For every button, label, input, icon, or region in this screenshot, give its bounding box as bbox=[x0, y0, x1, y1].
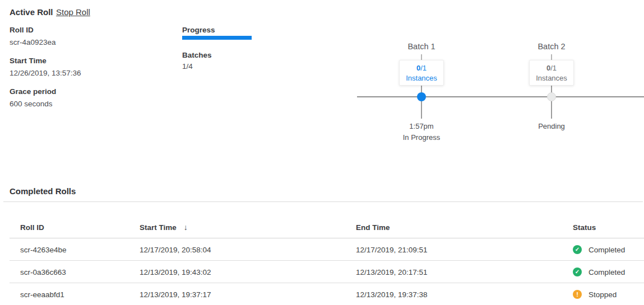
progress-bar bbox=[182, 36, 252, 40]
timeline-axis bbox=[357, 96, 644, 97]
column-header-start-time[interactable]: Start Time ↓ bbox=[140, 216, 188, 238]
status-text: Completed bbox=[589, 246, 625, 254]
start-time-label: Start Time bbox=[10, 57, 81, 65]
status-completed-icon: ✓ bbox=[573, 268, 582, 276]
status-stopped-icon: ! bbox=[573, 290, 582, 299]
status-text: Stopped bbox=[589, 290, 617, 299]
batch-1-title: Batch 1 bbox=[377, 42, 466, 51]
section-divider bbox=[3, 201, 643, 202]
batch-2-instances-count: 0/1 bbox=[530, 64, 573, 72]
batch-2-connector bbox=[551, 86, 552, 119]
timeline-batch-1: Batch 1 0/1 Instances 1:57pm In Progress bbox=[377, 42, 466, 51]
roll-id-label: Roll ID bbox=[10, 26, 56, 34]
batch-2-title: Batch 2 bbox=[507, 42, 596, 51]
completed-rolls-title: Completed Rolls bbox=[10, 186, 76, 196]
start-time-field: Start Time 12/26/2019, 13:57:36 bbox=[10, 57, 81, 77]
row-roll-id: scr-eeaabfd1 bbox=[20, 283, 64, 305]
batch-1-instances-count: 0/1 bbox=[400, 64, 443, 72]
column-header-roll-id[interactable]: Roll ID bbox=[20, 216, 44, 238]
row-end-time: 12/13/2019, 19:37:38 bbox=[356, 283, 428, 305]
status-completed-icon: ✓ bbox=[573, 245, 582, 254]
progress-bar-fill bbox=[182, 36, 252, 40]
row-end-time: 12/13/2019, 20:17:51 bbox=[356, 261, 428, 283]
status-text: Completed bbox=[589, 268, 625, 276]
grace-period-label: Grace period bbox=[10, 87, 56, 96]
row-start-time: 12/17/2019, 20:58:04 bbox=[140, 238, 211, 261]
batch-1-status: In Progress bbox=[377, 133, 466, 142]
stop-roll-link[interactable]: Stop Roll bbox=[56, 7, 90, 17]
batch-1-instances-card[interactable]: 0/1 Instances bbox=[399, 60, 444, 86]
column-header-end-time[interactable]: End Time bbox=[356, 216, 390, 238]
row-status: ✓ Completed bbox=[573, 238, 625, 261]
batches-value: 1/4 bbox=[182, 62, 193, 71]
roll-id-field: Roll ID scr-4a0923ea bbox=[10, 26, 56, 46]
timeline-batch-2: Batch 2 0/1 Instances Pending bbox=[507, 42, 596, 51]
batch-1-connector bbox=[421, 86, 422, 119]
row-end-time: 12/17/2019, 21:09:51 bbox=[356, 238, 428, 261]
batch-1-tick bbox=[421, 54, 422, 60]
row-start-time: 12/13/2019, 19:37:17 bbox=[140, 283, 211, 305]
table-row[interactable]: scr-eeaabfd1 12/13/2019, 19:37:17 12/13/… bbox=[10, 283, 644, 305]
batches-label: Batches bbox=[182, 51, 212, 59]
column-header-status[interactable]: Status bbox=[573, 216, 596, 238]
batch-2-time: Pending bbox=[507, 122, 596, 130]
grace-period-value: 600 seconds bbox=[10, 100, 56, 108]
roll-id-value: scr-4a0923ea bbox=[10, 38, 56, 46]
active-roll-title: Active Roll bbox=[10, 7, 53, 17]
sort-descending-icon: ↓ bbox=[184, 223, 188, 232]
start-time-header-label: Start Time bbox=[140, 223, 177, 232]
start-time-value: 12/26/2019, 13:57:36 bbox=[10, 69, 81, 77]
table-row[interactable]: scr-0a36c663 12/13/2019, 19:43:02 12/13/… bbox=[10, 261, 644, 283]
row-start-time: 12/13/2019, 19:43:02 bbox=[140, 261, 211, 283]
batch-2-instances-card: 0/1 Instances bbox=[529, 60, 574, 86]
batch-1-instances-label: Instances bbox=[400, 74, 443, 82]
row-roll-id: scr-4263e4be bbox=[20, 238, 67, 261]
batch-2-marker-dot bbox=[547, 92, 556, 101]
row-status: ! Stopped bbox=[573, 283, 617, 305]
row-status: ✓ Completed bbox=[573, 261, 625, 283]
batch-1-marker-dot bbox=[417, 92, 426, 101]
grace-period-field: Grace period 600 seconds bbox=[10, 87, 56, 108]
batch-1-time: 1:57pm bbox=[377, 122, 466, 130]
table-header-row: Roll ID Start Time ↓ End Time Status bbox=[10, 216, 644, 238]
batch-2-instances-label: Instances bbox=[530, 74, 573, 82]
row-roll-id: scr-0a36c663 bbox=[20, 261, 66, 283]
progress-label: Progress bbox=[182, 26, 215, 34]
completed-rolls-table: Roll ID Start Time ↓ End Time Status scr… bbox=[10, 216, 644, 305]
table-row[interactable]: scr-4263e4be 12/17/2019, 20:58:04 12/17/… bbox=[10, 238, 644, 261]
batch-2-tick bbox=[551, 54, 552, 60]
